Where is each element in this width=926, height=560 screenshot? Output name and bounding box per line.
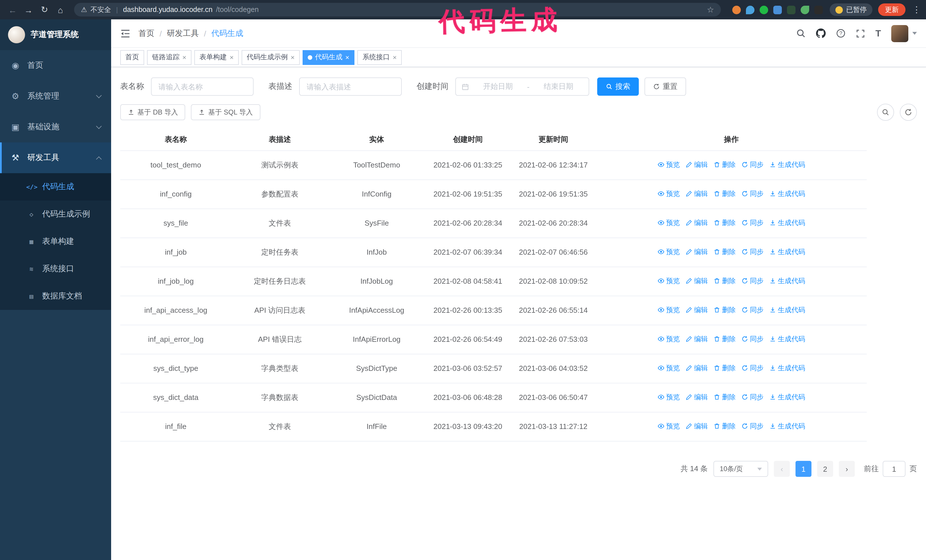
row-action-edit[interactable]: 编辑 <box>685 305 708 315</box>
row-action-sync[interactable]: 同步 <box>741 334 764 344</box>
table-name-input[interactable] <box>151 77 254 96</box>
tab-tracing[interactable]: 链路追踪 × <box>147 50 191 65</box>
address-bar[interactable]: ⚠ 不安全 | dashboard.yudao.iocoder.cn /tool… <box>74 3 721 17</box>
row-action-sync[interactable]: 同步 <box>741 189 764 199</box>
row-action-delete[interactable]: 删除 <box>713 334 736 344</box>
row-action-preview[interactable]: 预览 <box>658 421 680 431</box>
tab-codegen-demo[interactable]: 代码生成示例 × <box>242 50 300 65</box>
reload-icon[interactable]: ↻ <box>38 5 51 15</box>
row-action-generate[interactable]: 生成代码 <box>769 421 805 431</box>
app-logo[interactable]: 芋道管理系统 <box>0 20 111 50</box>
row-action-delete[interactable]: 删除 <box>713 160 736 170</box>
bookmark-star-icon[interactable]: ☆ <box>707 5 714 14</box>
row-action-sync[interactable]: 同步 <box>741 276 764 286</box>
sidebar-item-devtools[interactable]: ⚒ 研发工具 <box>0 142 111 173</box>
row-action-sync[interactable]: 同步 <box>741 160 764 170</box>
close-icon[interactable]: × <box>345 53 349 61</box>
reset-button[interactable]: 重置 <box>645 77 686 96</box>
row-action-delete[interactable]: 删除 <box>713 247 736 257</box>
browser-update-button[interactable]: 更新 <box>878 3 905 16</box>
toggle-search-button[interactable] <box>877 104 894 121</box>
search-button[interactable]: 搜索 <box>597 77 639 96</box>
import-db-button[interactable]: 基于 DB 导入 <box>120 104 186 120</box>
font-size-icon[interactable]: T <box>875 28 881 38</box>
extension-icon[interactable] <box>746 5 755 14</box>
breadcrumb-devtools[interactable]: 研发工具 <box>167 28 199 38</box>
row-action-generate[interactable]: 生成代码 <box>769 363 805 373</box>
fullscreen-icon[interactable] <box>856 29 865 38</box>
row-action-preview[interactable]: 预览 <box>658 189 680 199</box>
row-action-edit[interactable]: 编辑 <box>685 276 708 286</box>
page-size-select[interactable]: 10条/页 <box>713 461 768 477</box>
row-action-preview[interactable]: 预览 <box>658 247 680 257</box>
row-action-sync[interactable]: 同步 <box>741 363 764 373</box>
forward-icon[interactable]: → <box>22 5 35 15</box>
tab-form-builder[interactable]: 表单构建 × <box>194 50 239 65</box>
row-action-generate[interactable]: 生成代码 <box>769 392 805 402</box>
extension-icon[interactable] <box>787 5 796 14</box>
row-action-generate[interactable]: 生成代码 <box>769 276 805 286</box>
row-action-edit[interactable]: 编辑 <box>685 363 708 373</box>
extension-icon[interactable] <box>732 5 741 14</box>
row-action-delete[interactable]: 删除 <box>713 276 736 286</box>
sidebar-fold-icon[interactable] <box>120 29 130 38</box>
row-action-delete[interactable]: 删除 <box>713 217 736 228</box>
search-icon[interactable] <box>796 29 806 38</box>
row-action-sync[interactable]: 同步 <box>741 217 764 228</box>
breadcrumb-home[interactable]: 首页 <box>138 28 154 38</box>
sidebar-item-infra[interactable]: ▣ 基础设施 <box>0 112 111 142</box>
close-icon[interactable]: × <box>182 53 186 61</box>
import-sql-button[interactable]: 基于 SQL 导入 <box>191 104 260 120</box>
row-action-delete[interactable]: 删除 <box>713 421 736 431</box>
refresh-table-button[interactable] <box>900 104 917 121</box>
back-icon[interactable]: ← <box>6 5 20 15</box>
table-desc-input[interactable] <box>299 77 402 96</box>
sidebar-subitem-form-builder[interactable]: ▦ 表单构建 <box>0 228 111 255</box>
page-goto-input[interactable] <box>883 461 905 477</box>
date-range-picker[interactable]: 开始日期 - 结束日期 <box>455 77 589 96</box>
page-button-1[interactable]: 1 <box>796 461 811 477</box>
help-icon[interactable]: ? <box>836 29 846 38</box>
sidebar-subitem-codegen-demo[interactable]: ◇ 代码生成示例 <box>0 201 111 228</box>
sidebar-item-system[interactable]: ⚙ 系统管理 <box>0 81 111 112</box>
sidebar-item-home[interactable]: ◉ 首页 <box>0 50 111 81</box>
row-action-generate[interactable]: 生成代码 <box>769 305 805 315</box>
row-action-generate[interactable]: 生成代码 <box>769 189 805 199</box>
row-action-delete[interactable]: 删除 <box>713 363 736 373</box>
extension-icon[interactable] <box>800 5 809 14</box>
tab-system-api[interactable]: 系统接口 × <box>357 50 402 65</box>
row-action-preview[interactable]: 预览 <box>658 217 680 228</box>
row-action-delete[interactable]: 删除 <box>713 305 736 315</box>
row-action-preview[interactable]: 预览 <box>658 160 680 170</box>
tab-home[interactable]: 首页 <box>120 50 144 65</box>
home-icon[interactable]: ⌂ <box>54 5 67 15</box>
page-button-2[interactable]: 2 <box>817 461 833 477</box>
row-action-generate[interactable]: 生成代码 <box>769 160 805 170</box>
sidebar-subitem-system-api[interactable]: ≋ 系统接口 <box>0 255 111 282</box>
row-action-edit[interactable]: 编辑 <box>685 247 708 257</box>
row-action-delete[interactable]: 删除 <box>713 392 736 402</box>
user-menu[interactable] <box>891 25 917 42</box>
github-icon[interactable] <box>816 29 826 38</box>
prev-page-button[interactable]: ‹ <box>774 461 790 477</box>
row-action-generate[interactable]: 生成代码 <box>769 334 805 344</box>
extension-icon[interactable] <box>773 5 782 14</box>
row-action-preview[interactable]: 预览 <box>658 334 680 344</box>
row-action-edit[interactable]: 编辑 <box>685 189 708 199</box>
row-action-edit[interactable]: 编辑 <box>685 392 708 402</box>
row-action-sync[interactable]: 同步 <box>741 421 764 431</box>
close-icon[interactable]: × <box>291 53 295 61</box>
row-action-edit[interactable]: 编辑 <box>685 421 708 431</box>
extension-icon[interactable] <box>814 5 823 14</box>
next-page-button[interactable]: › <box>839 461 855 477</box>
row-action-delete[interactable]: 删除 <box>713 189 736 199</box>
row-action-preview[interactable]: 预览 <box>658 305 680 315</box>
row-action-generate[interactable]: 生成代码 <box>769 217 805 228</box>
security-label[interactable]: 不安全 <box>91 5 111 15</box>
close-icon[interactable]: × <box>230 53 234 61</box>
row-action-preview[interactable]: 预览 <box>658 276 680 286</box>
paused-badge[interactable]: 已暂停 <box>830 3 872 16</box>
row-action-preview[interactable]: 预览 <box>658 392 680 402</box>
row-action-edit[interactable]: 编辑 <box>685 334 708 344</box>
extension-icon[interactable] <box>760 5 768 14</box>
